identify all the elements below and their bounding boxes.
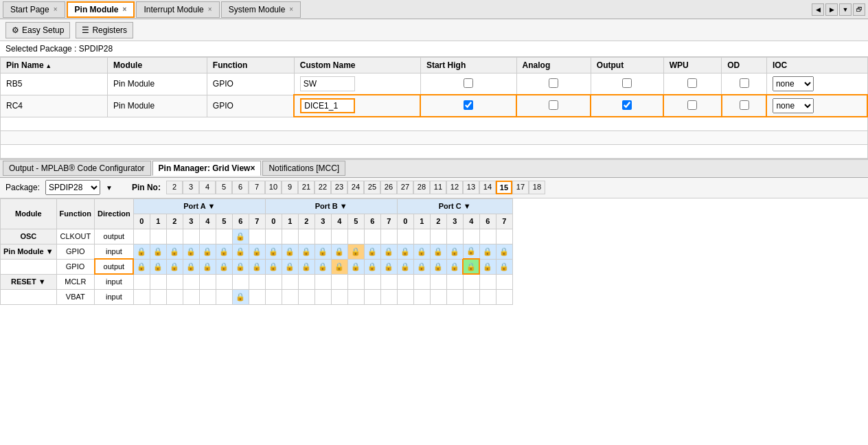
ioc-select-rb5[interactable]: none [773, 76, 814, 91]
ioc-rb5[interactable]: none [766, 73, 867, 95]
gpio-out-pb6[interactable]: 🔒 [364, 259, 380, 274]
col-function-header: Function [56, 198, 94, 229]
output-rb5[interactable] [591, 73, 663, 95]
custom-name-input-rb5[interactable] [300, 76, 355, 91]
analog-rb5[interactable] [516, 73, 591, 95]
analog-rc4[interactable] [516, 95, 591, 117]
checkbox-od-rc4[interactable] [740, 100, 749, 110]
gpio-out-pc2[interactable]: 🔒 [430, 259, 446, 274]
gpio-in-pa3[interactable]: 🔒 [183, 244, 199, 259]
col-pin-name[interactable]: Pin Name [1, 58, 108, 73]
vbat-pa6[interactable]: 🔒 [232, 289, 249, 304]
checkbox-od-rb5[interactable] [740, 78, 749, 88]
gpio-in-pb0[interactable]: 🔒 [265, 244, 282, 259]
gpio-out-pa7[interactable]: 🔒 [249, 259, 265, 274]
gpio-out-pa2[interactable]: 🔒 [166, 259, 183, 274]
gpio-in-pa4[interactable]: 🔒 [199, 244, 216, 259]
dropdown-arrow-icon[interactable]: ▼ [106, 184, 113, 192]
gpio-out-pc1[interactable]: 🔒 [413, 259, 430, 274]
gpio-out-pc4[interactable]: 🔒 [463, 259, 479, 274]
tab-pin-manager[interactable]: Pin Manager: Grid View × [152, 161, 262, 176]
gpio-in-pb6[interactable]: 🔒 [364, 244, 380, 259]
gpio-out-pb2[interactable]: 🔒 [298, 259, 315, 274]
tab-output[interactable]: Output - MPLAB® Code Configurator [3, 161, 151, 176]
gpio-out-pb1[interactable]: 🔒 [282, 259, 298, 274]
gpio-in-pb5[interactable]: 🔒 [347, 244, 364, 259]
tab-start-page-close[interactable]: × [54, 5, 58, 13]
checkbox-analog-rb5[interactable] [549, 78, 558, 88]
gpio-out-pb4[interactable]: 🔒 [331, 259, 347, 274]
gpio-in-pb3[interactable]: 🔒 [315, 244, 331, 259]
gpio-out-pa3[interactable]: 🔒 [183, 259, 199, 274]
gpio-out-pb3[interactable]: 🔒 [315, 259, 331, 274]
gpio-out-pc0[interactable]: 🔒 [397, 259, 413, 274]
od-rb5[interactable] [722, 73, 767, 95]
gpio-in-pc0[interactable]: 🔒 [397, 244, 413, 259]
checkbox-start-high-rc4[interactable] [464, 100, 473, 110]
tab-nav-left[interactable]: ◀ [812, 3, 824, 16]
gpio-in-pa7[interactable]: 🔒 [249, 244, 265, 259]
vbat-pb3 [315, 289, 331, 304]
gpio-out-pa5[interactable]: 🔒 [216, 259, 232, 274]
ioc-rc4[interactable]: none [766, 95, 867, 117]
gpio-in-pb4[interactable]: 🔒 [331, 244, 347, 259]
tab-interrupt-module[interactable]: Interrupt Module × [136, 1, 219, 18]
tab-notifications[interactable]: Notifications [MCC] [262, 161, 345, 176]
gpio-in-pc1[interactable]: 🔒 [413, 244, 430, 259]
tab-start-page[interactable]: Start Page × [3, 1, 65, 18]
tab-nav-right[interactable]: ▶ [825, 3, 838, 16]
tab-pin-manager-close[interactable]: × [250, 163, 255, 173]
gpio-in-pa2[interactable]: 🔒 [166, 244, 183, 259]
checkbox-wpu-rb5[interactable] [687, 78, 697, 88]
gpio-in-pc2[interactable]: 🔒 [430, 244, 446, 259]
gpio-in-pa1[interactable]: 🔒 [150, 244, 166, 259]
gpio-in-pa5[interactable]: 🔒 [216, 244, 232, 259]
gpio-out-pc3[interactable]: 🔒 [446, 259, 463, 274]
checkbox-analog-rc4[interactable] [549, 100, 558, 110]
checkbox-output-rc4[interactable] [622, 100, 632, 110]
gpio-in-pc7[interactable]: 🔒 [496, 244, 512, 259]
gpio-in-pc4[interactable]: 🔒 [463, 244, 479, 259]
od-rc4[interactable] [722, 95, 767, 117]
gpio-out-pa4[interactable]: 🔒 [199, 259, 216, 274]
easy-setup-button[interactable]: ⚙ Easy Setup [5, 22, 70, 38]
checkbox-start-high-rb5[interactable] [464, 78, 473, 88]
gpio-out-pb7[interactable]: 🔒 [380, 259, 397, 274]
gpio-out-pa6[interactable]: 🔒 [232, 259, 249, 274]
gpio-out-pa0[interactable]: 🔒 [133, 259, 150, 274]
gpio-in-pa0[interactable]: 🔒 [133, 244, 150, 259]
gpio-out-pc6[interactable]: 🔒 [479, 259, 496, 274]
osc-pa6[interactable]: 🔒 [232, 229, 249, 244]
custom-name-rc4[interactable] [294, 95, 420, 117]
checkbox-output-rb5[interactable] [622, 78, 632, 88]
tab-pin-module-close[interactable]: × [123, 5, 127, 13]
table-row: Pin Module ▼ GPIO input 🔒 🔒 🔒 🔒 🔒 🔒 🔒 🔒 … [1, 244, 513, 259]
tab-system-module-close[interactable]: × [289, 5, 293, 13]
gpio-in-pb2[interactable]: 🔒 [298, 244, 315, 259]
custom-name-input-rc4[interactable] [300, 98, 355, 113]
output-rc4[interactable] [591, 95, 663, 117]
tab-interrupt-module-close[interactable]: × [208, 5, 212, 13]
gpio-in-pb7[interactable]: 🔒 [380, 244, 397, 259]
gpio-in-pc6[interactable]: 🔒 [479, 244, 496, 259]
tab-system-module[interactable]: System Module × [221, 1, 301, 18]
gpio-in-pa6[interactable]: 🔒 [232, 244, 249, 259]
wpu-rb5[interactable] [663, 73, 722, 95]
checkbox-wpu-rc4[interactable] [687, 100, 697, 110]
gpio-in-pb1[interactable]: 🔒 [282, 244, 298, 259]
registers-button[interactable]: ☰ Registers [76, 22, 133, 38]
start-high-rb5[interactable] [420, 73, 516, 95]
custom-name-rb5[interactable] [294, 73, 420, 95]
ioc-select-rc4[interactable]: none [773, 98, 814, 113]
gpio-out-pb5[interactable]: 🔒 [347, 259, 364, 274]
tab-nav-restore[interactable]: 🗗 [853, 3, 865, 16]
gpio-out-pa1[interactable]: 🔒 [150, 259, 166, 274]
tab-nav-down[interactable]: ▼ [839, 3, 852, 16]
wpu-rc4[interactable] [663, 95, 722, 117]
gpio-in-pc3[interactable]: 🔒 [446, 244, 463, 259]
tab-pin-module[interactable]: Pin Module × [67, 1, 135, 18]
gpio-out-pc7[interactable]: 🔒 [496, 259, 512, 274]
gpio-out-pb0[interactable]: 🔒 [265, 259, 282, 274]
package-select[interactable]: SPDIP28 [45, 180, 100, 195]
start-high-rc4[interactable] [420, 95, 516, 117]
